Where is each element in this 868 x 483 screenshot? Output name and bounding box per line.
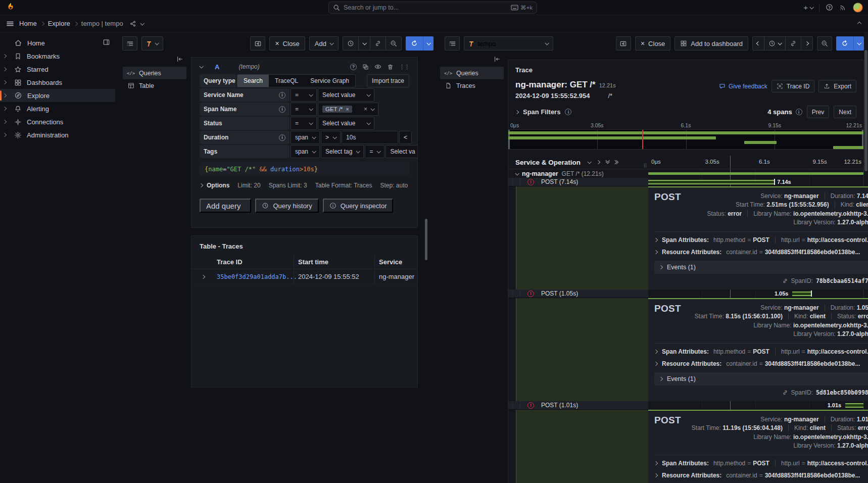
- resource-attributes-row[interactable]: Resource Attributes:container.id=304fd88…: [654, 358, 868, 370]
- clear-icon[interactable]: ×: [364, 106, 367, 113]
- expand-filters-icon[interactable]: [515, 110, 519, 114]
- query-type-search[interactable]: Search: [237, 75, 269, 87]
- trash-icon[interactable]: [387, 64, 394, 70]
- prev-button[interactable]: Prev: [807, 106, 830, 118]
- tags-scope[interactable]: span: [291, 145, 320, 158]
- tags-tag-select[interactable]: Select tag: [321, 145, 364, 158]
- span-bar[interactable]: [648, 180, 774, 184]
- time-forward-icon[interactable]: [801, 37, 812, 50]
- query-row-header[interactable]: A (tempo) ? ⋮⋮: [200, 60, 409, 73]
- breadcrumb-home[interactable]: Home: [19, 20, 37, 27]
- query-rows-icon[interactable]: [445, 36, 460, 51]
- breadcrumb-explore[interactable]: Explore: [48, 20, 70, 27]
- search-input[interactable]: Search or jump to... ⌘+k: [328, 2, 537, 14]
- duration-operator[interactable]: >: [321, 131, 341, 144]
- user-avatar[interactable]: [853, 3, 863, 13]
- span-row[interactable]: ! POST (1.05s) 1.05s: [508, 289, 863, 298]
- give-feedback-link[interactable]: Give feedback: [719, 83, 767, 90]
- sidebar-item-alerting[interactable]: Alerting: [0, 102, 115, 115]
- import-trace-button[interactable]: Import trace: [367, 74, 409, 87]
- span-bar[interactable]: [845, 403, 863, 408]
- events-row[interactable]: Events (1): [654, 372, 868, 385]
- link-icon[interactable]: [782, 390, 788, 396]
- expand-section-icon[interactable]: [3, 107, 7, 111]
- expand-section-icon[interactable]: [3, 120, 7, 124]
- remove-chip-icon[interactable]: ×: [346, 106, 349, 112]
- query-history-button[interactable]: Query history: [255, 199, 318, 213]
- status-operator[interactable]: =: [291, 117, 317, 130]
- table-row[interactable]: 35be0f3d29a01adda7b... 2024-12-09 15:55:…: [191, 269, 417, 284]
- expand-section-icon[interactable]: [3, 54, 7, 58]
- news-icon[interactable]: [839, 4, 847, 11]
- next-button[interactable]: Next: [834, 106, 856, 118]
- trace-id-link[interactable]: 35be0f3d29a01adda7b...: [217, 273, 297, 280]
- query-type-traceql[interactable]: TraceQL: [269, 75, 304, 87]
- expand-section-icon[interactable]: [3, 80, 7, 84]
- grafana-logo-icon[interactable]: [5, 2, 16, 13]
- minimap-span-bar[interactable]: [508, 136, 716, 139]
- collapse-span-icon[interactable]: [515, 171, 519, 175]
- tags-operator[interactable]: =: [365, 145, 384, 158]
- run-query-dropdown[interactable]: [853, 36, 864, 51]
- share-icon[interactable]: [129, 20, 136, 27]
- time-picker-button[interactable]: [343, 37, 359, 50]
- duration-input[interactable]: [342, 131, 398, 144]
- span-attributes-row[interactable]: Span Attributes:http.method=POSThttp.url…: [654, 457, 868, 469]
- collapse-up-icon[interactable]: [857, 21, 861, 25]
- eye-icon[interactable]: [374, 63, 381, 70]
- duration-operator-2[interactable]: <: [399, 131, 412, 144]
- span-name-chip[interactable]: GET /*×: [322, 106, 352, 113]
- span-filters-label[interactable]: Span Filters: [523, 108, 560, 116]
- close-pane-button[interactable]: ×Close: [269, 36, 305, 51]
- expand-all-icon[interactable]: [615, 161, 618, 164]
- sidebar-item-dashboards[interactable]: Dashboards: [0, 76, 115, 89]
- time-picker-dropdown[interactable]: [359, 37, 370, 50]
- help-icon[interactable]: [826, 4, 833, 11]
- expand-section-icon[interactable]: [3, 93, 7, 98]
- query-rows-icon[interactable]: [122, 36, 137, 51]
- span-attributes-row[interactable]: Span Attributes:http.method=POSThttp.url…: [654, 346, 868, 358]
- query-help-icon[interactable]: ?: [350, 64, 357, 70]
- minimap-span-bar[interactable]: [833, 146, 863, 149]
- zoom-out-icon[interactable]: [386, 37, 401, 50]
- collapse-all-icon[interactable]: [606, 161, 609, 164]
- time-back-icon[interactable]: [753, 37, 764, 50]
- col-trace-id[interactable]: Trace ID: [215, 258, 294, 266]
- service-operation-header[interactable]: Service & Operation: [515, 159, 581, 166]
- chevron-down-icon[interactable]: [140, 21, 144, 25]
- events-row[interactable]: Events (1): [654, 261, 868, 274]
- span-row[interactable]: ! POST (1.01s) 1.01s: [508, 401, 863, 410]
- pane-nav-queries[interactable]: </> Queries: [440, 67, 504, 79]
- refresh-icon[interactable]: [406, 36, 423, 51]
- trace-id-button[interactable]: Trace ID: [771, 80, 815, 92]
- add-query-button[interactable]: Add query: [200, 199, 251, 213]
- root-span-row[interactable]: ng-manager GET /* (12.21s): [508, 169, 863, 178]
- status-value[interactable]: Select value: [318, 117, 374, 130]
- sidebar-item-explore[interactable]: Explore: [0, 89, 115, 102]
- link-icon[interactable]: [370, 37, 386, 50]
- col-start-time[interactable]: Start time: [294, 255, 374, 269]
- split-pane-icon[interactable]: [616, 36, 631, 51]
- query-type-service-graph[interactable]: Service Graph: [304, 75, 355, 87]
- export-button[interactable]: Export: [818, 80, 856, 92]
- sidebar-item-home[interactable]: Home: [0, 36, 115, 50]
- span-name-value[interactable]: GET /*××: [318, 103, 378, 116]
- add-to-dashboard-button[interactable]: Add to dashboard: [674, 36, 748, 51]
- span-bar[interactable]: [792, 292, 811, 296]
- menu-icon[interactable]: [6, 20, 14, 28]
- sidebar-item-administration[interactable]: Administration: [0, 128, 115, 141]
- run-query-dropdown[interactable]: [423, 36, 433, 51]
- service-name-operator[interactable]: =: [291, 88, 317, 102]
- expand-row-icon[interactable]: [201, 274, 205, 278]
- copy-icon[interactable]: [362, 64, 369, 70]
- span-name-operator[interactable]: =: [291, 103, 317, 116]
- link-icon[interactable]: [782, 278, 788, 284]
- sidebar-item-bookmarks[interactable]: Bookmarks: [0, 50, 115, 63]
- pane-nav-queries[interactable]: </> Queries: [123, 67, 186, 79]
- expand-section-icon[interactable]: [3, 67, 7, 71]
- add-button[interactable]: Add: [309, 36, 339, 51]
- collapse-nav-icon[interactable]: [123, 55, 186, 67]
- expand-section-icon[interactable]: [3, 133, 7, 137]
- link-icon[interactable]: [786, 37, 801, 50]
- drag-handle-icon[interactable]: ⋮⋮: [399, 64, 409, 70]
